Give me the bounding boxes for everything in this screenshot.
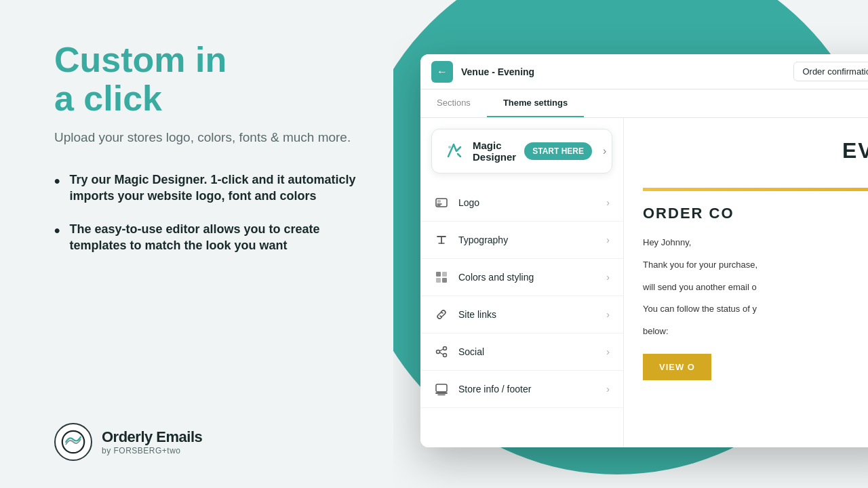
tab-theme-settings[interactable]: Theme settings: [487, 89, 584, 117]
svg-line-13: [440, 349, 443, 351]
app-tabs: Sections Theme settings: [420, 89, 868, 118]
menu-footer-label: Store info / footer: [458, 384, 597, 394]
email-yellow-bar: [643, 188, 868, 191]
bullet-1: Try our Magic Designer. 1-click and it a…: [54, 171, 359, 205]
sitelinks-icon: [434, 307, 449, 322]
email-greeting: Hey Johnny,: [643, 236, 868, 250]
theme-panel: Magic Designer START HERE › Logo: [420, 118, 624, 447]
bullet-2: The easy-to-use editor allows you to cre…: [54, 221, 359, 254]
menu-item-footer[interactable]: Store info / footer ›: [420, 371, 623, 408]
template-dropdown[interactable]: Order confirmation ▼: [793, 62, 868, 81]
svg-rect-15: [436, 384, 447, 392]
brand-sub: by FORSBERG+two: [102, 446, 202, 455]
menu-item-social[interactable]: Social ›: [420, 333, 623, 371]
email-body-2: will send you another email o: [643, 281, 868, 295]
magic-designer-chevron-icon: ›: [603, 145, 606, 157]
footer-chevron-icon: ›: [606, 384, 610, 394]
left-panel: Custom ina click Upload your stores logo…: [0, 0, 393, 488]
start-here-button[interactable]: START HERE: [524, 142, 592, 160]
svg-point-11: [443, 347, 447, 350]
email-brand-sub: BR: [643, 166, 868, 174]
colors-chevron-icon: ›: [606, 272, 610, 283]
menu-sitelinks-label: Site links: [458, 309, 597, 320]
brand-area: Orderly Emails by FORSBERG+two: [54, 423, 359, 461]
email-body-1: Thank you for your purchase,: [643, 258, 868, 272]
menu-item-logo[interactable]: Logo ›: [420, 184, 623, 222]
app-window: ← Venue - Evening Order confirmation ▼ S…: [420, 54, 868, 447]
svg-rect-8: [436, 278, 441, 283]
svg-rect-6: [436, 272, 441, 277]
magic-designer-label: Magic Designer: [473, 140, 516, 163]
menu-item-typography[interactable]: Typography ›: [420, 222, 623, 259]
app-topbar: ← Venue - Evening Order confirmation ▼: [420, 54, 868, 89]
brand-name: Orderly Emails: [102, 428, 202, 446]
menu-colors-label: Colors and styling: [458, 272, 597, 283]
svg-rect-7: [442, 272, 447, 277]
svg-rect-9: [442, 278, 447, 283]
email-body-4: below:: [643, 325, 868, 339]
menu-logo-label: Logo: [458, 197, 597, 208]
svg-point-10: [437, 350, 440, 354]
svg-line-14: [440, 352, 443, 354]
svg-point-1: [448, 146, 451, 148]
footer-icon: [434, 382, 449, 396]
brand-logo-icon: [54, 423, 92, 461]
social-chevron-icon: ›: [606, 346, 610, 357]
back-icon: ←: [437, 66, 448, 78]
menu-item-sitelinks[interactable]: Site links ›: [420, 296, 623, 333]
magic-designer-icon: [443, 139, 465, 163]
typography-icon: [434, 232, 449, 247]
menu-social-label: Social: [458, 346, 597, 357]
menu-typography-label: Typography: [458, 235, 597, 245]
svg-rect-3: [437, 200, 441, 203]
headline: Custom ina click: [54, 41, 359, 118]
email-content: EVE BR ORDER CO Hey Johnny, Thank you fo…: [624, 118, 868, 447]
tab-sections[interactable]: Sections: [420, 89, 487, 117]
email-body-3: You can follow the status of y: [643, 302, 868, 317]
colors-icon: [434, 270, 449, 285]
email-preview: EVE BR ORDER CO Hey Johnny, Thank you fo…: [624, 118, 868, 447]
email-order-title: ORDER CO: [643, 205, 868, 222]
dropdown-label: Order confirmation: [802, 66, 868, 77]
view-order-button[interactable]: VIEW O: [643, 354, 711, 380]
magic-designer-card[interactable]: Magic Designer START HERE ›: [431, 129, 612, 174]
svg-point-12: [443, 354, 447, 357]
venue-label: Venue - Evening: [461, 66, 785, 77]
menu-item-colors[interactable]: Colors and styling ›: [420, 259, 623, 296]
logo-chevron-icon: ›: [606, 197, 610, 208]
app-body: Magic Designer START HERE › Logo: [420, 118, 868, 447]
subheadline: Upload your stores logo, colors, fonts &…: [54, 129, 359, 147]
typography-chevron-icon: ›: [606, 235, 610, 245]
right-panel: ← Venue - Evening Order confirmation ▼ S…: [393, 0, 868, 488]
logo-icon: [434, 195, 449, 210]
email-brand-name: EVE: [643, 138, 868, 163]
social-icon: [434, 344, 449, 359]
brand-text: Orderly Emails by FORSBERG+two: [102, 428, 202, 455]
sitelinks-chevron-icon: ›: [606, 309, 610, 320]
bullet-list: Try our Magic Designer. 1-click and it a…: [54, 171, 359, 270]
back-button[interactable]: ←: [431, 61, 453, 83]
